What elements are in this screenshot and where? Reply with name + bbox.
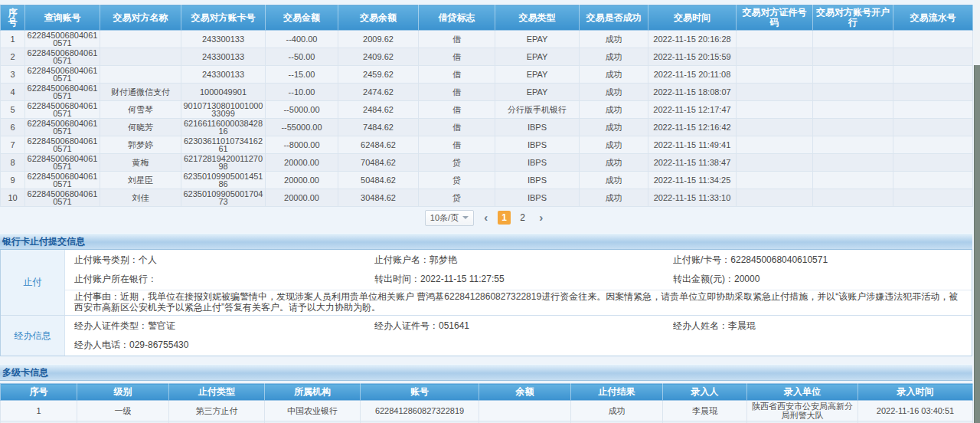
table-cell: IBPS — [495, 154, 580, 172]
info-field: 经办人姓名：李晨琨 — [673, 316, 972, 336]
table-cell — [893, 189, 973, 207]
page-2-button[interactable]: 2 — [516, 211, 529, 225]
table-cell: 1 — [1, 401, 77, 421]
table-row: 66228450068040610571何晓芳62166116000038428… — [1, 119, 973, 136]
table-cell — [893, 31, 973, 48]
vertical-scrollbar[interactable] — [974, 0, 980, 423]
column-header: 交易类型 — [495, 5, 580, 31]
section-title-text: 多级卡信息 — [2, 367, 48, 378]
scrollbar-thumb[interactable] — [974, 65, 980, 423]
table-row: 106228450068040610571刘佳62350109905001704… — [1, 189, 973, 207]
main-content: 序号查询账号交易对方名称交易对方账卡号交易金额交易余额借贷标志交易类型交易是否成… — [0, 0, 972, 423]
table-cell — [100, 48, 181, 66]
table-cell: 第三方止付 — [169, 401, 265, 421]
table-cell: 8 — [1, 154, 25, 172]
table-cell: 2409.62 — [338, 48, 419, 66]
column-header: 交易是否成功 — [580, 5, 648, 31]
table-cell: 243300133 — [181, 48, 266, 66]
table-cell: IBPS — [495, 172, 580, 189]
table-cell: 6228450068040610571 — [25, 154, 100, 172]
table-cell: 2022-11-15 11:38:47 — [648, 154, 737, 172]
table-cell: 中国农业银行 — [265, 401, 361, 421]
table-row: 76228450068040610571郭梦婷62303611010734162… — [1, 136, 973, 154]
info-field: 经办人证件类型：警官证 — [74, 316, 374, 336]
table-cell — [813, 136, 893, 154]
table-cell: 成功 — [580, 66, 648, 84]
column-header: 交易流水号 — [893, 5, 973, 31]
table-cell: 6228450068040610571 — [25, 172, 100, 189]
column-header: 交易对方账号开户行 — [813, 5, 893, 31]
table-row: 16228450068040610571243300133--400.00200… — [1, 31, 973, 48]
row-label-handler: 经办信息 — [1, 316, 65, 356]
table-cell: 2022-11-15 11:34:25 — [648, 172, 737, 189]
table-cell: 20000.00 — [266, 154, 338, 172]
table-cell: 9 — [1, 172, 25, 189]
table-cell — [737, 136, 813, 154]
info-field: 止付账户名：郭梦艳 — [374, 251, 673, 270]
table-cell: --10.00 — [266, 84, 338, 101]
prev-page-button[interactable]: ‹ — [479, 211, 492, 225]
table-cell — [737, 101, 813, 119]
table-cell: 成功 — [580, 31, 648, 48]
table-cell: 郭梦婷 — [100, 136, 181, 154]
table-cell: IBPS — [495, 136, 580, 154]
column-header: 交易对方账卡号 — [181, 5, 266, 31]
table-header-row: 序号查询账号交易对方名称交易对方账卡号交易金额交易余额借贷标志交易类型交易是否成… — [1, 5, 973, 31]
table-cell — [893, 84, 973, 101]
table-cell: IBPS — [495, 189, 580, 207]
page-size-select[interactable]: 10条/页 — [425, 210, 474, 226]
column-header: 交易金额 — [266, 5, 338, 31]
table-cell — [737, 84, 813, 101]
table-cell: 6217281942001127098 — [181, 154, 266, 172]
page-1-button[interactable]: 1 — [498, 211, 511, 225]
table-cell: 刘佳 — [100, 189, 181, 207]
table-cell: 借 — [419, 136, 495, 154]
table-row: 86228450068040610571黄梅621728194200112709… — [1, 154, 973, 172]
table-cell: 成功 — [580, 154, 648, 172]
table-cell: 6228450068040610571 — [25, 119, 100, 136]
info-field: 转出时间：2022-11-15 11:27:55 — [374, 270, 673, 289]
table-cell: 70484.62 — [338, 154, 419, 172]
table-cell: EPAY — [495, 84, 580, 101]
table-cell: 2022-11-16 03:40:51 — [858, 401, 973, 421]
table-cell: 2459.62 — [338, 66, 419, 84]
stop-payment-fields: 止付账号类别：个人止付账户名：郭梦艳止付账/卡号：622845006804061… — [65, 250, 972, 315]
row-label-zhifu: 止付 — [1, 250, 65, 315]
section-title-text: 银行卡止付提交信息 — [2, 236, 85, 247]
table-cell: 贷 — [419, 172, 495, 189]
table-cell: 2484.62 — [338, 101, 419, 119]
table-cell: 2022-11-15 18:08:07 — [648, 84, 737, 101]
info-field: 转出金额(元)：20000 — [673, 270, 972, 289]
table-cell: EPAY — [495, 48, 580, 66]
table-cell: 6228450068040610571 — [25, 31, 100, 48]
table-cell — [813, 66, 893, 84]
table-cell: 6228450068040610571 — [25, 48, 100, 66]
column-header: 级别 — [77, 384, 169, 401]
column-header: 录入时间 — [858, 384, 973, 401]
table-row: 36228450068040610571243300133--15.002459… — [1, 66, 973, 84]
table-cell: 成功 — [580, 189, 648, 207]
pagination: 10条/页 ‹ 1 2 › — [0, 208, 972, 227]
info-field: 经办人电话：029-86755430 — [74, 336, 374, 355]
table-cell: 2022-11-15 12:16:42 — [648, 119, 737, 136]
table-row: 56228450068040610571何雪琴90107130801001000… — [1, 101, 973, 119]
next-page-button[interactable]: › — [534, 211, 547, 225]
table-cell — [737, 119, 813, 136]
table-cell — [813, 84, 893, 101]
table-cell: 2022-11-15 11:49:41 — [648, 136, 737, 154]
table-cell: 借 — [419, 31, 495, 48]
table-cell: 6228412860827322819 — [361, 401, 479, 421]
table-cell: 2022-11-15 20:11:08 — [648, 66, 737, 84]
stop-payment-info-box: 止付 止付账号类别：个人止付账户名：郭梦艳止付账/卡号：622845006804… — [0, 250, 972, 356]
table-cell: EPAY — [495, 31, 580, 48]
column-header: 序号 — [1, 384, 77, 401]
column-header: 录入单位 — [747, 384, 858, 401]
multi-card-table: 序号级别止付类型所属机构账号余额止付结果录入人录入单位录入时间 1一级第三方止付… — [0, 383, 973, 423]
column-header: 交易对方证件号码 — [737, 5, 813, 31]
column-header: 查询账号 — [25, 5, 100, 31]
table-cell: 6230361101073416261 — [181, 136, 266, 154]
table-cell: 借 — [419, 101, 495, 119]
table-cell: 借 — [419, 48, 495, 66]
table-cell: --15.00 — [266, 66, 338, 84]
table-row: 46228450068040610571财付通微信支付1000049901--1… — [1, 84, 973, 101]
